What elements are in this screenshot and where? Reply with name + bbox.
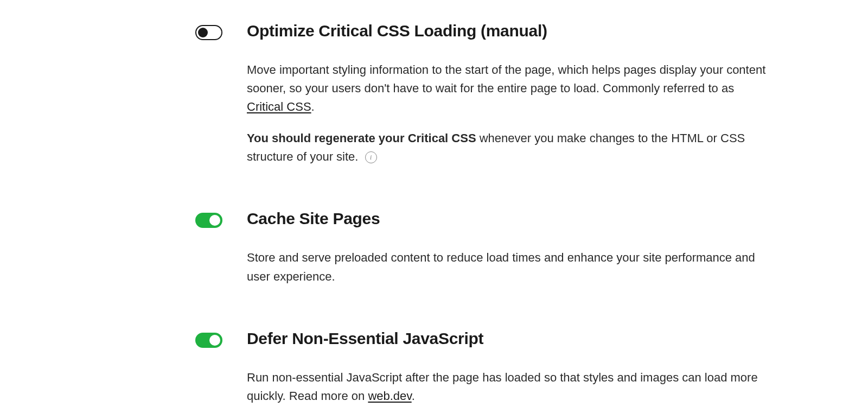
setting-defer-js: Defer Non-Essential JavaScript Run non-e…	[98, 329, 770, 405]
info-icon[interactable]: i	[365, 151, 377, 163]
description-text: Run non-essential JavaScript after the p…	[247, 371, 758, 403]
setting-description: Move important styling information to th…	[247, 61, 770, 116]
setting-content: Defer Non-Essential JavaScript Run non-e…	[247, 329, 770, 405]
setting-note: You should regenerate your Critical CSS …	[247, 129, 770, 166]
toggle-optimize-css[interactable]	[195, 25, 222, 40]
setting-optimize-css: Optimize Critical CSS Loading (manual) M…	[98, 22, 770, 166]
setting-content: Cache Site Pages Store and serve preload…	[247, 209, 770, 285]
description-text: Move important styling information to th…	[247, 63, 765, 95]
webdev-link[interactable]: web.dev	[368, 389, 411, 403]
setting-content: Optimize Critical CSS Loading (manual) M…	[247, 22, 770, 166]
setting-description: Store and serve preloaded content to red…	[247, 249, 770, 285]
toggle-column	[195, 22, 222, 40]
setting-title: Defer Non-Essential JavaScript	[247, 329, 770, 348]
toggle-column	[195, 209, 222, 228]
description-text: .	[311, 100, 315, 113]
setting-description: Run non-essential JavaScript after the p…	[247, 368, 770, 405]
setting-title: Optimize Critical CSS Loading (manual)	[247, 22, 770, 40]
note-bold: You should regenerate your Critical CSS	[247, 131, 476, 145]
setting-cache-pages: Cache Site Pages Store and serve preload…	[98, 209, 770, 285]
setting-title: Cache Site Pages	[247, 209, 770, 228]
toggle-defer-js[interactable]	[195, 333, 222, 348]
toggle-column	[195, 329, 222, 348]
critical-css-link[interactable]: Critical CSS	[247, 100, 311, 113]
description-text: .	[412, 389, 415, 403]
toggle-cache-pages[interactable]	[195, 213, 222, 228]
